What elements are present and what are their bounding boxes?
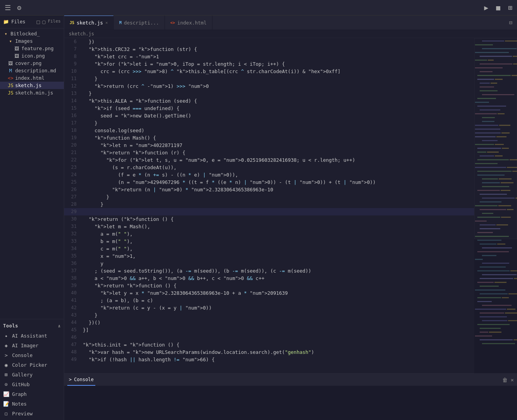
tool-item-console[interactable]: >Console xyxy=(0,350,64,360)
code-line: 40 "k">let y = x * "num">2.3283064365386… xyxy=(64,289,474,297)
tool-icon-ai-imager: ◈ xyxy=(3,343,9,348)
console-close-button[interactable]: × xyxy=(511,377,514,383)
tool-item-ai-assistant[interactable]: ✦AI Assistant xyxy=(0,331,64,341)
tool-label-preview: Preview xyxy=(12,411,33,416)
tab-icon-index-html: <> xyxy=(170,21,175,25)
tree-label-sketch-min-js: sketch.min.js xyxy=(15,90,53,96)
tools-list: ✦AI Assistant◈AI Imager>Console◉Color Pi… xyxy=(0,331,64,418)
tree-item-icon-png[interactable]: 🖼icon.png xyxy=(0,52,64,60)
console-body[interactable] xyxy=(64,386,517,420)
code-line: 7 "k">this.CRC32 = "k">function (str) { xyxy=(64,46,474,53)
tree-item-feature-png[interactable]: 🖼feature.png xyxy=(0,45,64,52)
line-content: "k">for ("k">let t, s, u = "num">0, e = … xyxy=(83,156,474,164)
more-icon[interactable]: Files xyxy=(48,19,61,25)
console-tab[interactable]: > Console xyxy=(67,374,95,386)
tools-expand-icon[interactable]: ∧ xyxy=(58,324,61,329)
line-content: "k">let y = x * "num">2.3283064365386963… xyxy=(83,289,474,297)
tree-icon-bitlocked: ▾ xyxy=(3,31,9,37)
tool-item-notes[interactable]: 📝Notes xyxy=(0,399,64,409)
console-clear-button[interactable]: 🗑 xyxy=(502,377,508,383)
sidebar-toggle-button[interactable]: ⊟ xyxy=(505,16,517,30)
tools-header: Tools ∧ xyxy=(0,321,64,331)
line-number: 19 xyxy=(64,134,83,142)
line-content: "k">this.init = "k">function () { xyxy=(83,341,474,348)
tool-label-color-picker: Color Picker xyxy=(12,362,47,368)
tool-item-ai-imager[interactable]: ◈AI Imager xyxy=(0,341,64,350)
expand-button[interactable]: ⊞ xyxy=(508,4,512,12)
code-line: 12 "k">return (crc ^ -"num">1) >>> "num"… xyxy=(64,82,474,90)
tab-sketch-js[interactable]: JSsketch.js× xyxy=(64,16,114,30)
code-line: 33 b = m(" "), xyxy=(64,238,474,245)
tree-item-images[interactable]: ▾Images xyxy=(0,37,64,45)
minimap-canvas xyxy=(474,38,517,373)
tab-descripti[interactable]: Mdescripti... xyxy=(114,16,165,30)
tool-item-gallery[interactable]: ⊞Gallery xyxy=(0,370,64,380)
gear-icon[interactable]: ⚙ xyxy=(17,4,21,12)
line-number: 18 xyxy=(64,127,83,134)
line-number: 42 xyxy=(64,304,83,312)
tree-item-bitlocked[interactable]: ▾Bitlocked_ xyxy=(0,30,64,37)
menu-icon[interactable]: ☰ xyxy=(5,4,11,12)
tool-label-graph: Graph xyxy=(12,391,27,397)
line-content: seed = "k">new Date().getTime() xyxy=(83,112,474,119)
tab-label-sketch-js: sketch.js xyxy=(77,20,103,26)
line-content: "k">let n = "num">4022871197 xyxy=(83,142,474,149)
tree-item-sketch-min-js[interactable]: JSsketch.min.js xyxy=(0,89,64,96)
tree-item-sketch-js[interactable]: JSsketch.js xyxy=(0,82,64,89)
stop-button[interactable]: ■ xyxy=(496,4,500,12)
tool-item-color-picker[interactable]: ◉Color Picker xyxy=(0,360,64,370)
tool-item-graph[interactable]: 📈Graph xyxy=(0,389,64,399)
editor-area: JSsketch.js×Mdescripti...<>index.html⊟ s… xyxy=(64,16,517,420)
play-button[interactable]: ▶ xyxy=(484,4,488,12)
code-line: 15 "k">if (seed === undefined) { xyxy=(64,105,474,112)
tool-item-preview[interactable]: ◻Preview xyxy=(0,409,64,418)
tool-icon-github: ⊙ xyxy=(3,382,9,387)
line-number: 43 xyxy=(64,312,83,319)
code-line: 38 a < "num">0 && a++, b < "num">0 && b+… xyxy=(64,275,474,282)
breadcrumb: sketch.js xyxy=(64,30,517,38)
new-file-icon[interactable]: □ xyxy=(37,19,40,25)
code-line: 41 ; (a = b), (b = c) xyxy=(64,297,474,304)
line-content: })() xyxy=(83,319,474,326)
tool-icon-console: > xyxy=(3,352,9,358)
code-line: 6 }) xyxy=(64,38,474,46)
tab-label-descripti: descripti... xyxy=(124,20,159,26)
code-line: 42 "k">return (c = y - (x = y | "num">0)… xyxy=(64,304,474,312)
tree-item-index-html[interactable]: <>index.html xyxy=(0,74,64,82)
code-line: 19 "k">function Mash() { xyxy=(64,134,474,142)
line-number: 38 xyxy=(64,275,83,282)
line-number: 8 xyxy=(64,53,83,60)
code-line: 22 "k">for ("k">let t, s, u = "num">0, e… xyxy=(64,156,474,164)
code-line: 48 "k">var hash = "k">new URLSearchParam… xyxy=(64,348,474,356)
tree-icon-cover-png: 🖼 xyxy=(8,61,13,66)
line-content: "k">if (seed === undefined) { xyxy=(83,105,474,112)
line-number: 41 xyxy=(64,297,83,304)
tree-label-icon-png: icon.png xyxy=(21,53,45,59)
code-area[interactable]: 6 })7 "k">this.CRC32 = "k">function (str… xyxy=(64,38,474,373)
line-content: (s = r.charCodeAt(u)), xyxy=(83,164,474,171)
tool-icon-notes: 📝 xyxy=(3,401,9,407)
tab-close-sketch-js[interactable]: × xyxy=(105,20,108,25)
line-number: 6 xyxy=(64,38,83,46)
line-number: 23 xyxy=(64,164,83,171)
line-content: "k">for ("k">let i = "num">0, iTop = str… xyxy=(83,60,474,68)
files-label: Files xyxy=(11,19,25,24)
line-content: "k">return (crc ^ -"num">1) >>> "num">0 xyxy=(83,82,474,90)
tool-icon-color-picker: ◉ xyxy=(3,362,9,368)
tree-item-cover-png[interactable]: 🖼cover.png xyxy=(0,60,64,67)
tab-icon-descripti: M xyxy=(119,21,121,25)
code-line: 9 "k">for ("k">let i = "num">0, iTop = s… xyxy=(64,60,474,68)
tab-index-html[interactable]: <>index.html xyxy=(165,16,212,30)
main-layout: 📁 Files □ ▢ Files ▾Bitlocked_▾Images🖼fea… xyxy=(0,16,517,420)
line-number: 17 xyxy=(64,119,83,127)
tools-section: Tools ∧ ✦AI Assistant◈AI Imager>Console◉… xyxy=(0,319,64,420)
code-line: 45}] xyxy=(64,326,474,334)
line-number: 13 xyxy=(64,90,83,97)
code-line: 21 "k">return "k">function (r) { xyxy=(64,149,474,156)
line-content: "k">return (n | "num">0) * "num">2.32830… xyxy=(83,186,474,193)
tree-item-description-md[interactable]: Mdescription.md xyxy=(0,67,64,74)
tool-item-github[interactable]: ⊙GitHub xyxy=(0,380,64,389)
line-content: "k">return (c = y - (x = y | "num">0)) xyxy=(83,304,474,312)
top-bar: ☰ ⚙ ▶ ■ ⊞ xyxy=(0,0,517,16)
new-folder-icon[interactable]: ▢ xyxy=(42,19,45,25)
